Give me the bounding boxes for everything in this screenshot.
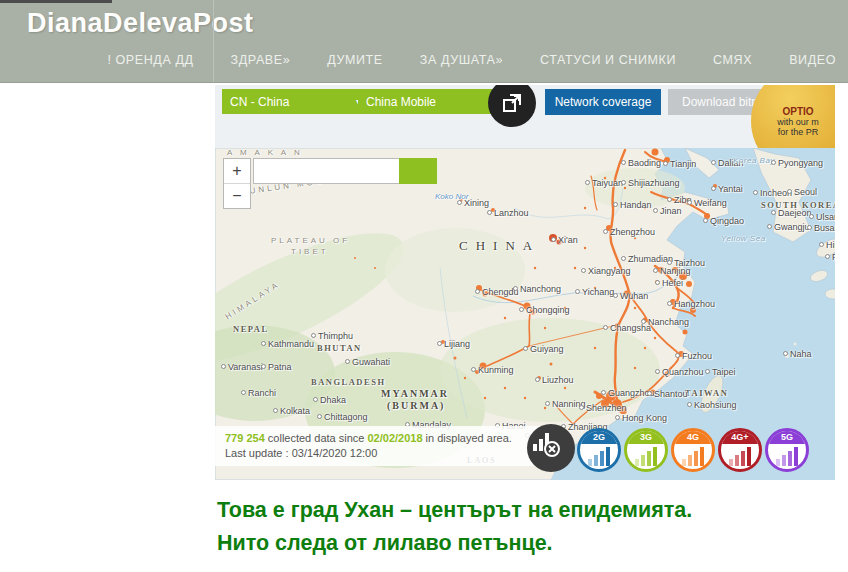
coverage-map-widget: CN - China ▾ China Mobile ▾ Network cove…: [215, 85, 835, 480]
legend-item[interactable]: 4G: [671, 428, 715, 472]
site-header: DianaDelevaPost ! ОРЕНДА ДД ЗДРАВЕ» ДУМИ…: [0, 0, 848, 83]
legend-item[interactable]: 2G: [577, 428, 621, 472]
search-input[interactable]: [253, 158, 399, 184]
legend-label: 4G+: [731, 431, 748, 444]
signal-bars-icon: [721, 444, 759, 469]
top-strip: [0, 0, 112, 3]
legend-item[interactable]: 3G: [624, 428, 668, 472]
map-search-bar: [253, 158, 437, 184]
stats-toggle-button[interactable]: [527, 424, 575, 472]
article-body: Това е град Ухан – центърът на епидемият…: [217, 495, 837, 561]
legend-label: 4G: [687, 431, 699, 444]
legend-item[interactable]: 5G: [765, 428, 809, 472]
signal-bars-icon: [580, 444, 618, 469]
signal-bars-icon: [674, 444, 712, 469]
legend-item[interactable]: 4G+: [718, 428, 762, 472]
operator-select[interactable]: China Mobile ▾: [358, 89, 505, 114]
collected-text-end: in displayed area.: [423, 432, 512, 444]
nav-item-dumite[interactable]: ДУМИТЕ: [327, 53, 383, 67]
collected-since-date: 02/02/2018: [368, 432, 423, 444]
promo-line: for the PR: [778, 127, 819, 137]
promo-line: with our m: [777, 117, 819, 127]
main-nav: ! ОРЕНДА ДД ЗДРАВЕ» ДУМИТЕ ЗА ДУШАТА» СТ…: [107, 53, 836, 67]
header-divider: [213, 0, 214, 82]
collected-data-line: 779 254 collected data since 02/02/2018 …: [225, 431, 543, 446]
stats-overlay: 779 254 collected data since 02/02/2018 …: [215, 426, 553, 466]
country-select-value: CN - China: [230, 95, 289, 109]
search-icon: [253, 158, 271, 176]
zoom-out-button[interactable]: −: [224, 183, 250, 208]
nav-item-zdrave[interactable]: ЗДРАВЕ»: [231, 53, 291, 67]
nav-item-smyah[interactable]: СМЯХ: [713, 53, 752, 67]
widget-controls: CN - China ▾ China Mobile ▾ Network cove…: [215, 85, 835, 148]
map-zoom-control: + −: [223, 158, 251, 209]
nav-item-za-dushata[interactable]: ЗА ДУШАТА»: [420, 53, 503, 67]
search-button[interactable]: [399, 158, 437, 184]
nav-item-orenda[interactable]: ! ОРЕНДА ДД: [107, 53, 193, 67]
nav-item-statusi[interactable]: СТАТУСИ И СНИМКИ: [540, 53, 676, 67]
country-select[interactable]: CN - China ▾: [222, 89, 369, 114]
article-line-2: Нито следа от лилаво петънце.: [217, 528, 837, 559]
map-canvas[interactable]: A M A K A NKUNLUN MOUKoko NorXiningLanzh…: [215, 148, 835, 480]
signal-bars-icon: [627, 444, 665, 469]
network-coverage-button[interactable]: Network coverage: [545, 89, 661, 115]
fullscreen-button[interactable]: [488, 85, 536, 127]
promo-line: OPTIO: [782, 106, 813, 117]
operator-select-value: China Mobile: [366, 95, 436, 109]
zoom-in-button[interactable]: +: [224, 159, 250, 183]
legend-label: 3G: [640, 431, 652, 444]
article-line-1: Това е град Ухан – центърът на епидемият…: [217, 495, 837, 526]
legend-label: 5G: [781, 431, 793, 444]
last-update-line: Last update : 03/14/2020 12:00: [225, 446, 543, 461]
stats-disabled-icon: [527, 424, 563, 460]
collected-count: 779 254: [225, 432, 265, 444]
signal-bars-icon: [768, 444, 806, 469]
site-title: DianaDelevaPost: [27, 8, 254, 39]
expand-icon: [500, 91, 524, 115]
nav-item-video[interactable]: ВИДЕО: [789, 53, 836, 67]
page: DianaDelevaPost ! ОРЕНДА ДД ЗДРАВЕ» ДУМИ…: [0, 0, 848, 572]
legend-label: 2G: [593, 431, 605, 444]
collected-text: collected data since: [265, 432, 368, 444]
